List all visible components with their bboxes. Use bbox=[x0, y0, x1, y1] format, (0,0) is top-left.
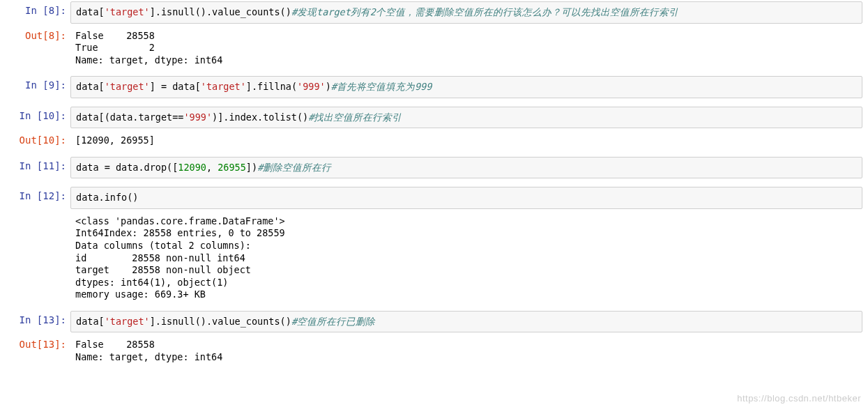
input-area-11[interactable]: data = data.drop([12090, 26955])#删除空值所在行 bbox=[70, 157, 862, 179]
output-area-12: <class 'pandas.core.frame.DataFrame'> In… bbox=[70, 212, 862, 302]
output-text-8: False 28558 True 2 Name: target, dtype: … bbox=[75, 30, 858, 67]
input-area-10[interactable]: data[(data.target=='999')].index.tolist(… bbox=[70, 107, 862, 129]
cell-out-13: Out[13]: False 28558 Name: target, dtype… bbox=[0, 334, 868, 366]
cell-in-10: In [10]: data[(data.target=='999')].inde… bbox=[0, 105, 868, 130]
prompt-in-12: In [12]: bbox=[0, 187, 70, 209]
cell-in-12: In [12]: data.info() bbox=[0, 185, 868, 210]
cell-in-8: In [8]: data['target'].isnull().value_co… bbox=[0, 0, 868, 25]
prompt-in-13: In [13]: bbox=[0, 311, 70, 333]
output-area-10: [12090, 26955] bbox=[70, 131, 862, 148]
code-11: data = data.drop([12090, 26955])#删除空值所在行 bbox=[76, 162, 857, 174]
prompt-out-8: Out[8]: bbox=[0, 26, 70, 68]
output-text-13: False 28558 Name: target, dtype: int64 bbox=[75, 339, 858, 363]
cell-in-13: In [13]: data['target'].isnull().value_c… bbox=[0, 309, 868, 335]
prompt-out-12-empty bbox=[0, 212, 70, 302]
prompt-out-10: Out[10]: bbox=[0, 131, 70, 148]
code-13: data['target'].isnull().value_counts()#空… bbox=[76, 316, 857, 328]
code-9: data['target'] = data['target'].fillna('… bbox=[76, 81, 857, 93]
prompt-in-11: In [11]: bbox=[0, 157, 70, 179]
cell-out-10: Out[10]: [12090, 26955] bbox=[0, 130, 868, 150]
prompt-out-13: Out[13]: bbox=[0, 335, 70, 364]
cell-in-11: In [11]: data = data.drop([12090, 26955]… bbox=[0, 155, 868, 181]
input-area-12[interactable]: data.info() bbox=[70, 187, 862, 209]
input-area-8[interactable]: data['target'].isnull().value_counts()#发… bbox=[70, 1, 862, 24]
watermark-text: https://blog.csdn.net/htbeker bbox=[737, 393, 861, 404]
code-12: data.info() bbox=[76, 192, 857, 204]
output-area-13: False 28558 Name: target, dtype: int64 bbox=[70, 335, 862, 364]
cell-in-9: In [9]: data['target'] = data['target'].… bbox=[0, 75, 868, 100]
output-area-8: False 28558 True 2 Name: target, dtype: … bbox=[70, 26, 862, 68]
output-text-12: <class 'pandas.core.frame.DataFrame'> In… bbox=[75, 215, 858, 301]
input-area-13[interactable]: data['target'].isnull().value_counts()#空… bbox=[70, 311, 862, 333]
code-10: data[(data.target=='999')].index.tolist(… bbox=[76, 112, 857, 124]
output-text-10: [12090, 26955] bbox=[75, 135, 858, 147]
code-8: data['target'].isnull().value_counts()#发… bbox=[76, 6, 857, 19]
prompt-in-9: In [9]: bbox=[0, 76, 70, 98]
prompt-in-10: In [10]: bbox=[0, 107, 70, 129]
prompt-in-8: In [8]: bbox=[0, 1, 70, 24]
input-area-9[interactable]: data['target'] = data['target'].fillna('… bbox=[70, 76, 862, 98]
cell-out-12: <class 'pandas.core.frame.DataFrame'> In… bbox=[0, 210, 868, 304]
cell-out-8: Out[8]: False 28558 True 2 Name: target,… bbox=[0, 25, 868, 70]
